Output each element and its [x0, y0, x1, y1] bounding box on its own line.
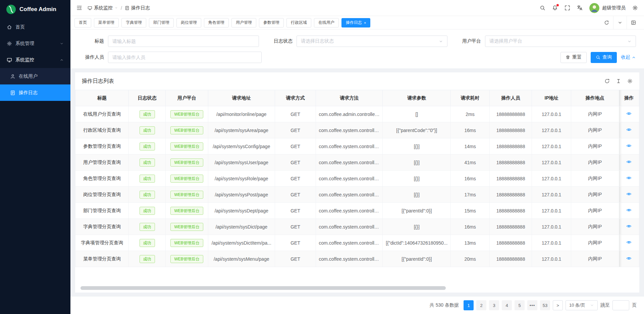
sidebar-item-online-users[interactable]: 在线用户 [0, 68, 70, 84]
page-button-53[interactable]: 53 [540, 300, 550, 310]
cell-platform: WEB管理后台 [166, 235, 208, 251]
cell-handler: com.coffee.system.controlle... [316, 203, 383, 219]
view-detail-button[interactable] [626, 224, 632, 229]
page-ellipsis[interactable]: ••• [527, 300, 537, 310]
refresh-icon[interactable] [600, 16, 613, 29]
page-button-2[interactable]: 2 [476, 300, 486, 310]
cell-method: GET [275, 251, 316, 267]
sidebar-item-home[interactable]: 首页 [0, 19, 70, 35]
user-menu[interactable]: 超级管理员 [589, 3, 626, 13]
breadcrumb-item-system-monitor[interactable]: 系统监控 [88, 5, 118, 11]
view-detail-button[interactable] [626, 191, 632, 197]
scrollbar-thumb[interactable] [80, 286, 446, 290]
cell-ip: 127.0.0.1 [532, 154, 571, 171]
cell-duration: 16ms [451, 122, 490, 138]
view-detail-button[interactable] [626, 127, 632, 132]
user-platform-label: 用户平台 [455, 38, 485, 44]
tab-item-8[interactable]: 行政区域 [286, 18, 311, 27]
cell-ip: 127.0.0.1 [532, 203, 571, 219]
column-header: 标题 [75, 90, 129, 106]
view-detail-button[interactable] [626, 175, 632, 181]
cell-platform: WEB管理后台 [166, 154, 208, 171]
log-status-select[interactable]: 请选择日志状态 [297, 36, 447, 47]
page-button-3[interactable]: 3 [489, 300, 499, 310]
view-detail-button[interactable] [626, 159, 632, 165]
jump-page-input[interactable] [612, 300, 629, 310]
table-settings-icon[interactable] [627, 78, 633, 84]
cell-url: /api/system/sysConfig/page [208, 138, 275, 154]
cell-platform: WEB管理后台 [166, 203, 208, 219]
page-size-select[interactable]: 10 条/页 [566, 300, 598, 310]
cell-url: /api/system/sysDictItem/pa... [208, 235, 275, 251]
cell-status: 成功 [128, 203, 166, 219]
chevron-down-icon [439, 39, 443, 44]
cell-title: 参数管理分页查询 [75, 138, 129, 154]
tab-item-6[interactable]: 用户管理 [231, 18, 256, 27]
refresh-icon[interactable] [604, 78, 610, 84]
notifications-button[interactable] [552, 5, 558, 11]
search-button[interactable]: 查询 [591, 52, 617, 63]
reset-button[interactable]: 重置 [560, 52, 587, 63]
fullscreen-icon[interactable] [565, 5, 570, 11]
layout-icon[interactable] [627, 16, 640, 29]
collapse-sidebar-icon[interactable] [76, 5, 82, 11]
title-input[interactable] [108, 36, 259, 47]
sidebar: Coffee Admin 首页系统管理系统监控在线用户操作日志 [0, 0, 70, 314]
view-detail-button[interactable] [626, 207, 632, 213]
horizontal-scrollbar[interactable] [80, 286, 634, 290]
cell-method: GET [275, 171, 316, 187]
user-platform-select[interactable]: 请选择用户平台 [485, 36, 636, 47]
collapse-filter-button[interactable]: 收起 [621, 54, 636, 60]
view-detail-button[interactable] [626, 240, 632, 245]
main-area: 系统监控 / 操作日志 超级管理员 [70, 0, 644, 314]
column-header: 日志状态 [128, 90, 166, 106]
chevron-down-icon[interactable] [613, 16, 627, 29]
cell-params: [{"parentId":0}] [383, 251, 451, 267]
cell-url: /api/system/sysDict/page [208, 219, 275, 235]
cell-status: 成功 [128, 122, 166, 138]
density-icon[interactable] [616, 78, 621, 84]
tab-item-0[interactable]: 首页 [74, 18, 91, 27]
cell-operator: 18888888888 [489, 154, 532, 171]
breadcrumb-item-operation-logs[interactable]: 操作日志 [125, 5, 150, 11]
status-badge: 成功 [140, 175, 155, 183]
sidebar-item-system-management[interactable]: 系统管理 [0, 35, 70, 52]
column-header: 请求耗时 [451, 90, 490, 106]
sidebar-item-system-monitor[interactable]: 系统监控 [0, 52, 70, 68]
view-detail-button[interactable] [626, 143, 632, 148]
settings-icon[interactable] [632, 5, 638, 11]
cell-url: /api/system/sysUser/page [208, 154, 275, 171]
close-icon[interactable]: × [364, 21, 366, 25]
cell-location: 内网IP [571, 106, 619, 122]
table-row: 菜单管理分页查询成功WEB管理后台/api/system/sysMenu/pag… [75, 251, 639, 267]
tab-item-5[interactable]: 角色管理 [204, 18, 229, 27]
log-list-panel: 操作日志列表 标题日志状态用户平台请求地址请求方式请求方法请求参数请求耗时操作人… [75, 72, 639, 293]
page-button-4[interactable]: 4 [502, 300, 512, 310]
tab-item-1[interactable]: 菜单管理 [94, 18, 119, 27]
operator-label: 操作人员 [78, 54, 108, 60]
tab-item-7[interactable]: 参数管理 [259, 18, 284, 27]
tab-item-9[interactable]: 在线用户 [314, 18, 339, 27]
cell-handler: com.coffee.system.controlle... [316, 251, 383, 267]
page-buttons: 12345•••53 [464, 300, 550, 310]
cell-action [619, 171, 639, 187]
view-detail-button[interactable] [626, 111, 632, 116]
operator-input[interactable] [108, 52, 262, 63]
tab-item-3[interactable]: 部门管理 [149, 18, 174, 27]
cell-action [619, 106, 639, 122]
search-icon[interactable] [540, 5, 545, 11]
table-row: 字典管理分页查询成功WEB管理后台/api/system/sysDict/pag… [75, 219, 639, 235]
page-button-5[interactable]: 5 [515, 300, 525, 310]
page-button-1[interactable]: 1 [464, 300, 474, 310]
language-icon[interactable] [577, 5, 583, 11]
next-page-button[interactable]: > [553, 300, 563, 310]
cell-ip: 127.0.0.1 [532, 138, 571, 154]
view-detail-button[interactable] [626, 256, 632, 261]
tab-label: 岗位管理 [181, 20, 197, 25]
cell-operator: 18888888888 [489, 138, 532, 154]
tab-item-2[interactable]: 字典管理 [121, 18, 146, 27]
cell-location: 内网IP [571, 171, 619, 187]
tab-item-4[interactable]: 岗位管理 [176, 18, 201, 27]
tab-item-10[interactable]: 操作日志× [341, 18, 370, 27]
sidebar-item-operation-logs[interactable]: 操作日志 [0, 84, 70, 101]
